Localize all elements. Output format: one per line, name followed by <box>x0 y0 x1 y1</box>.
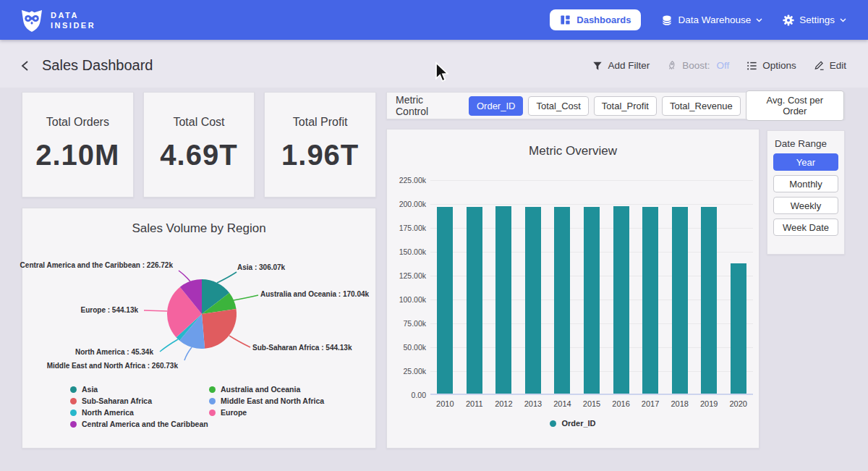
pie-leader-line <box>160 339 178 352</box>
bar-column-2016 <box>606 180 636 394</box>
boost-toggle[interactable]: Boost: Off <box>667 60 729 71</box>
settings-menu[interactable]: Settings <box>783 14 846 26</box>
legend-text: North America <box>82 408 134 417</box>
brand-name: DATA INSIDER <box>51 10 95 30</box>
pie-leader-line <box>144 310 167 311</box>
y-tick-label: 25.00k <box>388 367 426 375</box>
date-range-label: Date Range <box>775 138 844 149</box>
bar-column-2013 <box>519 180 548 394</box>
bar-column-2020 <box>723 180 753 394</box>
bar-column-2014 <box>548 180 577 394</box>
legend-item-central-america-and-the-caribbean[interactable]: Central America and the Caribbean <box>70 420 208 428</box>
x-tick-label: 2010 <box>430 399 460 408</box>
rocket-icon <box>667 60 677 71</box>
metric-option-total-revenue[interactable]: Total_Revenue <box>662 96 741 116</box>
bar-column-2012 <box>489 180 519 394</box>
kpi-card-total-profit: Total Profit 1.96T <box>264 92 376 198</box>
legend-item-asia[interactable]: Asia <box>70 385 208 394</box>
bar-2014 <box>554 207 570 394</box>
bar-chart-card: Metric Overview 225.00k200.00k175.00k150… <box>386 129 760 449</box>
pie-label-middle-east-and-north-africa: Middle East and North Africa : 260.73k <box>47 362 178 370</box>
kpi-value: 2.10M <box>35 139 119 171</box>
pie-legend-column-2: Australia and OceaniaMiddle East and Nor… <box>209 385 324 417</box>
dashboards-button[interactable]: Dashboards <box>550 9 641 30</box>
metric-option-total-profit[interactable]: Total_Profit <box>594 96 657 116</box>
edit-button[interactable]: Edit <box>814 60 846 71</box>
data-warehouse-menu[interactable]: Data Warehouse <box>661 14 762 26</box>
metric-option-avg-cost-per-order[interactable]: Avg. Cost per Order <box>746 90 844 121</box>
options-list-icon <box>746 61 757 71</box>
bar-2018 <box>672 207 688 394</box>
chevron-down-icon <box>756 18 762 22</box>
brand-line2: INSIDER <box>51 20 95 30</box>
pie-leader-line <box>234 295 258 300</box>
pie-label-sub-saharan-africa: Sub-Saharan Africa : 544.13k <box>252 344 352 352</box>
legend-text: Australia and Oceania <box>221 385 300 394</box>
kpi-card-total-orders: Total Orders 2.10M <box>22 92 134 198</box>
brand-logo[interactable]: DATA INSIDER <box>20 8 95 33</box>
y-tick-label: 125.00k <box>388 271 426 280</box>
legend-item-sub-saharan-africa[interactable]: Sub-Saharan Africa <box>70 396 208 405</box>
x-tick-label: 2015 <box>577 399 607 408</box>
boost-state: Off <box>716 60 729 71</box>
bar-chart-x-axis: 2010201120122013201420152016201720182019… <box>430 399 753 408</box>
edit-label: Edit <box>830 60 846 71</box>
pie-leader-line <box>179 271 190 281</box>
x-tick-label: 2020 <box>723 399 753 408</box>
options-label: Options <box>762 60 796 71</box>
metric-option-total-cost[interactable]: Total_Cost <box>528 96 588 116</box>
legend-item-middle-east-and-north-africa[interactable]: Middle East and North Africa <box>209 396 324 405</box>
pie-leader-line <box>217 272 237 283</box>
x-tick-label: 2018 <box>665 399 694 408</box>
options-button[interactable]: Options <box>746 60 796 71</box>
back-button[interactable] <box>20 60 30 75</box>
header-actions: Add Filter Boost: Off Opt <box>592 60 846 71</box>
date-range-option-weekly[interactable]: Weekly <box>773 197 838 214</box>
dashboard-grid-icon <box>560 14 571 25</box>
app-window: DATA INSIDER Dashboards D <box>0 0 868 471</box>
bar-2016 <box>613 206 629 394</box>
legend-text: Central America and the Caribbean <box>82 420 208 428</box>
y-tick-label: 225.00k <box>388 176 426 184</box>
bar-chart-legend[interactable]: Order_ID <box>387 419 759 428</box>
bar-column-2010 <box>430 180 460 394</box>
legend-item-europe[interactable]: Europe <box>209 408 324 417</box>
y-tick-label: 75.00k <box>388 319 426 328</box>
pie-label-australia-and-oceania: Australia and Oceania : 170.04k <box>260 290 369 298</box>
pie-leader-line <box>184 347 192 360</box>
metric-option-order-id[interactable]: Order_ID <box>469 96 523 116</box>
bar-2015 <box>584 207 600 394</box>
y-tick-label: 200.00k <box>388 200 426 208</box>
pie-label-north-america: North America : 45.34k <box>75 348 153 356</box>
pie-chart-card: Sales Volume by Region Asia : 306.07kAus… <box>22 208 376 449</box>
x-tick-label: 2016 <box>606 399 636 408</box>
date-range-option-week-date[interactable]: Week Date <box>773 218 838 236</box>
kpi-label: Total Orders <box>46 116 109 129</box>
legend-item-australia-and-oceania[interactable]: Australia and Oceania <box>209 385 324 394</box>
bar-column-2015 <box>577 180 607 394</box>
brand-line1: DATA <box>51 10 95 20</box>
legend-item-north-america[interactable]: North America <box>70 408 208 417</box>
kpi-label: Total Cost <box>173 116 224 129</box>
legend-dot <box>550 420 556 427</box>
pie-label-europe: Europe : 544.13k <box>81 306 138 314</box>
y-tick-label: 175.00k <box>388 224 426 232</box>
legend-dot <box>70 410 77 416</box>
legend-dot <box>209 386 216 393</box>
metric-control-label: Metric Control <box>396 94 459 117</box>
settings-label: Settings <box>799 14 835 25</box>
add-filter-button[interactable]: Add Filter <box>592 60 650 71</box>
bar-chart-title: Metric Overview <box>387 144 759 158</box>
add-filter-label: Add Filter <box>608 60 650 71</box>
legend-text: Europe <box>221 408 247 417</box>
date-range-panel: Date Range YearMonthlyWeeklyWeek Date <box>767 130 845 255</box>
legend-dot <box>209 398 216 404</box>
filter-funnel-icon <box>592 61 603 71</box>
legend-dot <box>70 386 77 393</box>
top-navbar: DATA INSIDER Dashboards D <box>0 0 868 40</box>
y-tick-label: 100.00k <box>388 295 426 304</box>
bar-column-2019 <box>694 180 724 394</box>
date-range-option-monthly[interactable]: Monthly <box>773 175 838 192</box>
kpi-row: Total Orders 2.10M Total Cost 4.69T Tota… <box>22 92 376 198</box>
date-range-option-year[interactable]: Year <box>773 153 838 171</box>
